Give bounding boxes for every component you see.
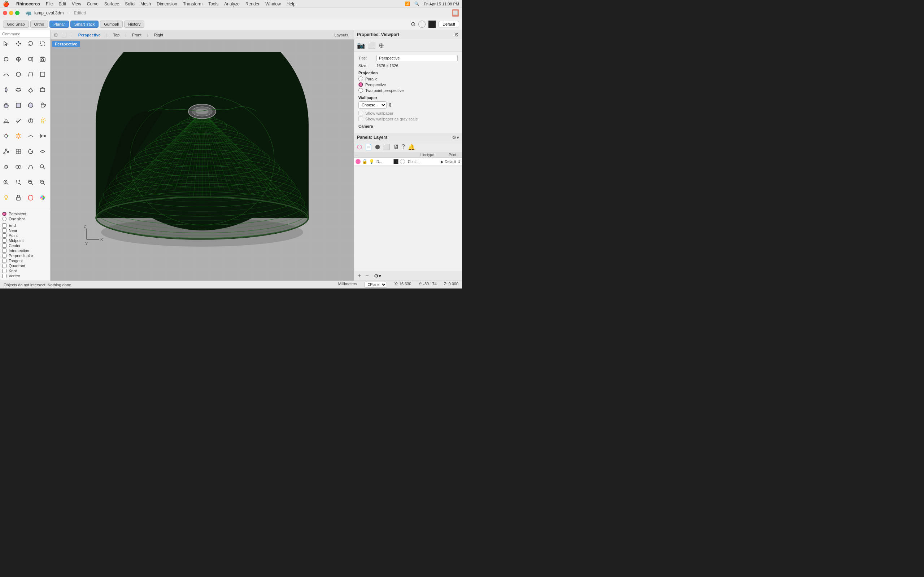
circle-button[interactable] (418, 21, 426, 28)
menu-transform[interactable]: Transform (183, 2, 202, 6)
layers-settings-button[interactable]: ⚙▾ (374, 273, 381, 279)
shield-tool[interactable] (25, 193, 36, 203)
layer-row-default[interactable]: 🔓 💡 D... Conti... ◆ Default ⇕ (354, 158, 462, 166)
camera-props-icon[interactable]: 📷 (357, 42, 365, 49)
gumball-icon[interactable] (1, 131, 11, 141)
menu-mesh[interactable]: Mesh (141, 2, 151, 6)
rotate-view-tool[interactable] (1, 54, 11, 64)
point-tool[interactable] (13, 39, 24, 49)
curve-tool-1[interactable] (1, 69, 11, 79)
apple-logo-icon[interactable]: 🍎 (3, 1, 9, 7)
smarttrack-button[interactable]: SmartTrack (70, 21, 99, 28)
3d-viewport[interactable]: Perspective (50, 40, 354, 280)
menu-view[interactable]: View (72, 2, 81, 6)
target-icon[interactable]: ⊙ (411, 21, 415, 27)
display-props-icon[interactable]: ⬜ (368, 42, 376, 49)
layers-file-icon[interactable]: 📄 (365, 143, 372, 150)
point-checkbox[interactable] (2, 233, 6, 238)
center-checkbox[interactable] (2, 243, 6, 248)
surface-tool-2[interactable] (13, 85, 24, 95)
layers-layout-icon[interactable]: ⬜ (383, 143, 390, 150)
layer-material[interactable] (400, 159, 405, 164)
render-tool-3[interactable] (25, 162, 36, 172)
layers-help-icon[interactable]: ? (402, 143, 405, 150)
zoom-window-tool[interactable] (13, 177, 24, 187)
layers-stack-icon[interactable]: ⬡ (357, 143, 362, 150)
show-wallpaper-checkbox[interactable] (359, 111, 363, 115)
panel-toggle-right[interactable]: ⬜ (452, 10, 459, 16)
check-tool[interactable] (13, 116, 24, 126)
twopoint-radio[interactable] (359, 88, 363, 93)
menu-window[interactable]: Window (265, 2, 281, 6)
flow-tool[interactable] (37, 147, 48, 156)
deform-tool-1[interactable] (25, 131, 36, 141)
ortho-button[interactable]: Ortho (30, 21, 48, 28)
properties-gear-button[interactable]: ⚙ (454, 32, 459, 37)
minimize-button[interactable] (9, 11, 13, 15)
mesh-tool-1[interactable] (1, 116, 11, 126)
view-single-icon[interactable]: ⬜ (61, 32, 67, 38)
solid-tool-1[interactable] (1, 100, 11, 110)
surface-tool-1[interactable] (1, 85, 11, 95)
menu-help[interactable]: Help (287, 2, 296, 6)
tab-front[interactable]: Front (128, 32, 146, 38)
zoom-tool[interactable] (25, 54, 36, 64)
points-tool[interactable] (1, 147, 11, 156)
zoom-region-tool[interactable] (25, 177, 36, 187)
tab-top[interactable]: Top (109, 32, 124, 38)
pan-tool[interactable] (13, 54, 24, 64)
knot-checkbox[interactable] (2, 269, 6, 273)
layer-color[interactable] (393, 159, 399, 164)
menu-surface[interactable]: Surface (104, 2, 119, 6)
render-tool-2[interactable] (13, 162, 24, 172)
perpendicular-checkbox[interactable] (2, 253, 6, 258)
menu-render[interactable]: Render (246, 2, 260, 6)
curve-tool-2[interactable] (13, 69, 24, 79)
grid-snap-button[interactable]: Grid Snap (3, 21, 29, 28)
parallel-radio[interactable] (359, 76, 363, 81)
view-grid-icon[interactable]: ⊞ (53, 32, 59, 38)
window-select-tool[interactable] (37, 39, 48, 49)
light-bulb-tool[interactable] (1, 193, 11, 203)
default-button[interactable]: Default (439, 21, 459, 27)
midpoint-checkbox[interactable] (2, 239, 6, 243)
menu-file[interactable]: File (46, 2, 53, 6)
persistent-radio[interactable] (2, 212, 6, 216)
command-input[interactable] (0, 30, 50, 38)
tab-right[interactable]: Right (150, 32, 168, 38)
color-swatch-button[interactable] (428, 21, 436, 28)
end-checkbox[interactable] (2, 223, 6, 227)
remove-layer-button[interactable]: − (365, 272, 369, 279)
history-tool[interactable] (25, 147, 36, 156)
search-icon[interactable]: 🔍 (414, 2, 419, 6)
surface-tool-4[interactable] (37, 85, 48, 95)
tangent-checkbox[interactable] (2, 259, 6, 263)
layouts-button[interactable]: Layouts... (334, 33, 352, 37)
layers-3d-icon[interactable]: ⬢ (375, 143, 380, 150)
deform-tool-2[interactable] (37, 131, 48, 141)
analyze-tool[interactable] (25, 116, 36, 126)
menu-curve[interactable]: Curve (87, 2, 99, 6)
layers-gear-button[interactable]: ⚙▾ (452, 134, 459, 140)
quadrant-checkbox[interactable] (2, 264, 6, 268)
maximize-button[interactable] (15, 11, 19, 15)
wallpaper-dropdown[interactable]: Choose... (359, 102, 386, 108)
zoom-all-tool[interactable] (37, 177, 48, 187)
planar-button[interactable]: Planar (50, 21, 69, 28)
menu-dimension[interactable]: Dimension (157, 2, 177, 6)
layers-bell-icon[interactable]: 🔔 (408, 143, 415, 150)
curve-tool-3[interactable] (25, 69, 36, 79)
wallpaper-arrow[interactable]: ⇕ (388, 102, 393, 108)
zoom-in-tool[interactable] (1, 177, 11, 187)
close-button[interactable] (3, 11, 7, 15)
layer-arrows-icon[interactable]: ⇕ (458, 160, 460, 164)
mesh-props-icon[interactable]: ⊕ (379, 42, 384, 49)
layers-monitor-icon[interactable]: 🖥 (393, 143, 399, 150)
oneshot-radio[interactable] (2, 217, 6, 221)
menu-tools[interactable]: Tools (208, 2, 218, 6)
surface-tool-3[interactable] (25, 85, 36, 95)
perspective-radio[interactable] (359, 82, 363, 87)
camera-tool[interactable] (37, 54, 48, 64)
cplane-select[interactable]: CPlane (364, 282, 387, 288)
grayscale-checkbox[interactable] (359, 116, 363, 121)
